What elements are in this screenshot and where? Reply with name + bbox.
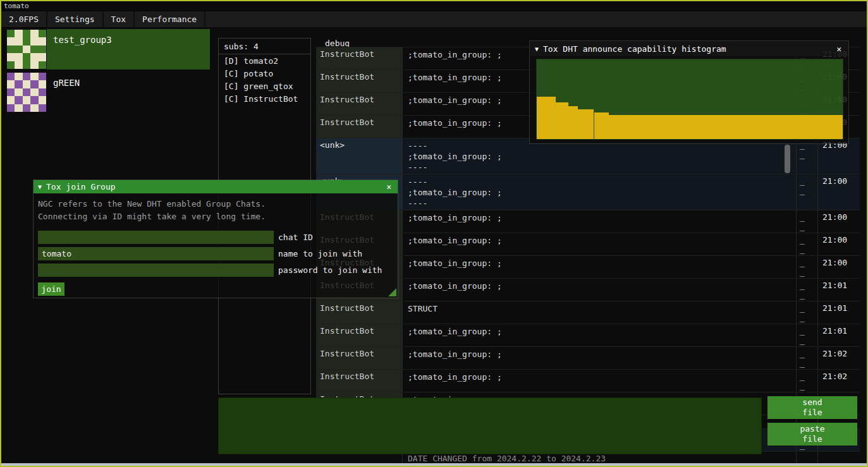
group-avatar-icon xyxy=(7,73,46,112)
avatar-pixel xyxy=(30,30,38,37)
message-row: InstructBotSTRUCT_ _21:01 xyxy=(316,301,860,324)
avatar-pixel xyxy=(7,45,15,53)
group-item-gREEN[interactable]: gREEN xyxy=(6,72,210,112)
join-window-titlebar[interactable]: ▼ Tox join Group ✕ xyxy=(34,180,398,193)
avatar-pixel xyxy=(30,37,38,45)
timestamp: 21:01 xyxy=(818,279,860,301)
histogram-bar xyxy=(578,109,594,139)
timestamp: 21:02 xyxy=(818,370,860,392)
message-text: ---- ;tomato_in_group: ; ---- xyxy=(403,174,797,210)
message-row: InstructBot;tomato_in_group: ;_ _21:01 xyxy=(316,324,860,347)
sender-name: InstructBot xyxy=(316,47,403,70)
group-item-test_group3[interactable]: test_group3 xyxy=(6,29,210,70)
join-field-label: password to join with xyxy=(278,265,382,275)
delivery-indicator: _ _ xyxy=(797,279,818,301)
subs-count: subs: 4 xyxy=(219,39,310,54)
avatar-pixel xyxy=(30,80,38,88)
collapse-arrow-icon[interactable]: ▼ xyxy=(38,183,42,190)
avatar-pixel xyxy=(23,73,30,80)
close-icon[interactable]: ✕ xyxy=(384,182,393,191)
join-button[interactable]: join xyxy=(38,282,64,296)
message-input[interactable] xyxy=(218,397,762,454)
paste-file-button[interactable]: paste file xyxy=(767,423,857,446)
join-password-input[interactable] xyxy=(38,264,274,277)
delivery-indicator: _ _ xyxy=(797,370,818,392)
close-icon[interactable]: ✕ xyxy=(834,44,843,54)
chat-scrollbar[interactable] xyxy=(785,145,790,173)
avatar-pixel xyxy=(30,104,38,112)
sender-name: InstructBot xyxy=(316,93,403,115)
timestamp: 21:00 xyxy=(818,174,860,210)
avatar-pixel xyxy=(15,96,22,104)
group-name: test_group3 xyxy=(47,29,112,45)
member-item-green_qtox[interactable]: [C] green_qtox xyxy=(219,80,310,92)
member-item-InstructBot[interactable]: [C] InstructBot xyxy=(219,92,310,105)
timestamp: 21:00 xyxy=(818,210,860,233)
window-bottom-edge xyxy=(1,463,867,466)
timestamp: 21:01 xyxy=(818,324,860,346)
send-file-button[interactable]: send file xyxy=(767,396,857,419)
avatar-pixel xyxy=(30,45,38,53)
avatar-pixel xyxy=(39,73,46,80)
avatar-pixel xyxy=(39,30,46,37)
avatar-pixel xyxy=(15,37,22,45)
histogram-bar xyxy=(556,102,568,139)
message-row: InstructBot;tomato_in_group: ;_ _21:02 xyxy=(316,347,860,370)
avatar-pixel xyxy=(39,45,46,53)
group-name: gREEN xyxy=(47,72,80,88)
avatar-pixel xyxy=(7,96,15,104)
group-sidebar: test_group3gREEN xyxy=(6,29,210,115)
dht-histogram-window: ▼ Tox DHT announce capability histogram … xyxy=(529,40,849,144)
sender-name: InstructBot xyxy=(316,347,403,369)
ngc-info-line-1: NGC refers to the New DHT enabled Group … xyxy=(38,198,393,210)
message-text: STRUCT xyxy=(403,301,797,324)
join-field-row: password to join with xyxy=(38,264,393,277)
avatar-pixel xyxy=(15,88,22,96)
histogram-window-titlebar[interactable]: ▼ Tox DHT announce capability histogram … xyxy=(530,41,848,56)
menu-item-tox[interactable]: Tox xyxy=(104,11,135,27)
delivery-indicator: _ _ xyxy=(797,174,818,210)
window-title: tomato xyxy=(4,2,29,10)
sender-name: InstructBot xyxy=(316,370,403,392)
sender-name: InstructBot xyxy=(316,70,403,92)
avatar-pixel xyxy=(23,104,30,112)
message-text: ;tomato_in_group: ; xyxy=(403,233,797,255)
avatar-pixel xyxy=(23,80,30,88)
chat-id-input[interactable] xyxy=(38,231,274,244)
resize-grip-icon[interactable] xyxy=(388,288,396,296)
histogram-window-body xyxy=(530,56,848,143)
join-name-input[interactable]: tomato xyxy=(38,247,274,260)
avatar-pixel xyxy=(39,104,46,112)
delivery-indicator: _ _ xyxy=(797,347,818,369)
message-text: ;tomato_in_group: ; xyxy=(403,370,797,392)
avatar-pixel xyxy=(7,80,15,88)
message-text: ;tomato_in_group: ; xyxy=(403,210,797,233)
histogram-bar xyxy=(609,115,843,139)
member-list: [D] tomato2[C] potato[C] green_qtox[C] I… xyxy=(219,54,310,105)
sender-name: InstructBot xyxy=(316,301,403,324)
sender-name: <unk> xyxy=(316,138,403,174)
avatar-pixel xyxy=(30,73,38,80)
avatar-pixel xyxy=(23,45,30,53)
avatar-pixel xyxy=(39,61,46,69)
window-titlebar[interactable]: tomato xyxy=(1,1,867,11)
avatar-pixel xyxy=(7,104,15,112)
avatar-pixel xyxy=(23,96,30,104)
message-text: ;tomato_in_group: ; xyxy=(403,256,797,278)
delivery-indicator: _ _ xyxy=(797,233,818,255)
menu-item-settings[interactable]: Settings xyxy=(47,11,104,27)
member-item-potato[interactable]: [C] potato xyxy=(219,67,310,80)
member-item-tomato2[interactable]: [D] tomato2 xyxy=(219,54,310,67)
avatar-pixel xyxy=(39,96,46,104)
delivery-indicator: _ _ xyxy=(797,301,818,324)
timestamp: 21:00 xyxy=(818,233,860,255)
message-text: ;tomato_in_group: ; xyxy=(403,324,797,346)
avatar-pixel xyxy=(39,37,46,45)
avatar-pixel xyxy=(15,45,22,53)
avatar-pixel xyxy=(23,53,30,61)
delivery-indicator: _ _ xyxy=(797,256,818,278)
collapse-arrow-icon[interactable]: ▼ xyxy=(535,45,539,52)
menu-item-performance[interactable]: Performance xyxy=(135,11,205,27)
avatar-pixel xyxy=(30,88,38,96)
avatar-pixel xyxy=(23,88,30,96)
